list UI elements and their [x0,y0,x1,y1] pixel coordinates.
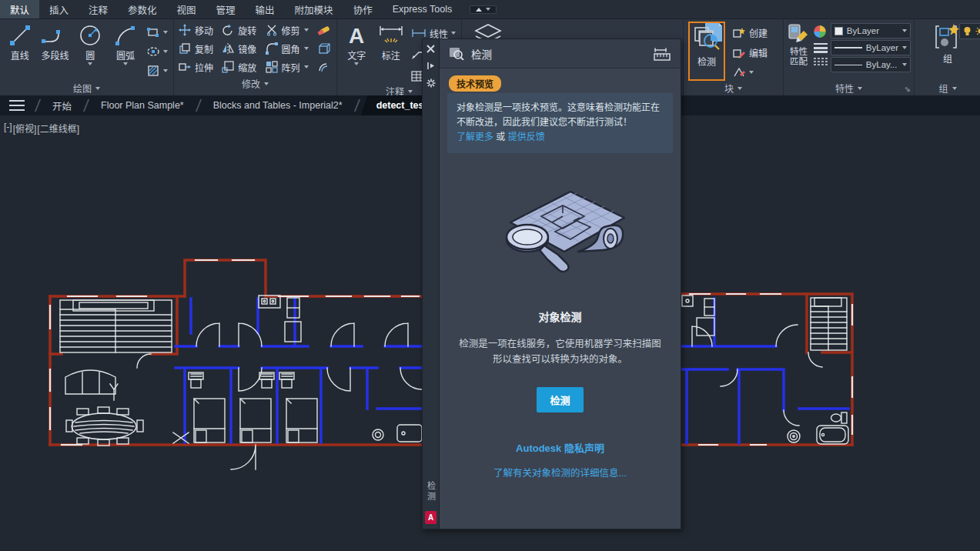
attribute-dropdown-icon[interactable] [749,71,754,74]
file-tabs-menu-icon[interactable] [0,95,34,115]
file-tab-start[interactable]: 开始 [42,95,82,115]
edit-block-button[interactable]: 编辑 [730,44,770,61]
linetype-select[interactable]: ByLay... [831,57,911,72]
array-dropdown-icon[interactable] [304,65,309,68]
ellipse-dropdown-icon[interactable] [163,50,168,53]
rectangle-icon [146,26,160,38]
create-block-button[interactable]: 创建 [730,24,770,41]
line-button[interactable]: 直线 [3,21,37,81]
ellipse-tool-button[interactable] [144,43,170,60]
panel-expand-icon [858,87,862,90]
move-button[interactable]: 移动 [179,24,214,37]
linetype-icon[interactable] [813,57,828,66]
arc-dropdown-icon[interactable] [123,62,128,65]
array-button[interactable]: 阵列 [266,61,309,74]
circle-button[interactable]: 圆 [74,21,108,81]
trim-dropdown-icon[interactable] [304,28,309,32]
scale-icon [222,61,234,73]
rotate-icon [222,24,234,36]
tab-separator [83,99,89,112]
copy-button[interactable]: 复制 [179,42,214,55]
menu-tab-express-tools[interactable]: Express Tools [383,0,463,18]
panel-label-group[interactable]: 组 [915,81,980,95]
mirror-button[interactable]: 镜像 [222,42,257,55]
detect-tool-button[interactable]: 检测 [688,22,725,81]
fillet-button[interactable]: 圆角 [266,42,309,55]
properties-gear-icon[interactable] [426,78,436,88]
blueprint-magnifier-illustration [487,178,634,278]
group-button[interactable]: 组 [930,21,966,81]
group-icon [933,23,962,51]
file-tab-blocks-tables[interactable]: Blocks and Tables - Imperial2* [202,95,353,115]
ribbon-collapse-control[interactable] [470,5,497,14]
menu-tab-annotate[interactable]: 注释 [79,0,118,18]
menu-tab-insert[interactable]: 插入 [39,0,79,18]
lineweight-sample [835,47,862,48]
detect-learn-more-link[interactable]: 了解有关对象检测的详细信息... [440,465,681,479]
file-tab-floor-plan[interactable]: Floor Plan Sample* [90,95,195,115]
menu-tab-output[interactable]: 输出 [246,0,285,18]
dimension-icon [377,23,405,48]
scale-button[interactable]: 缩放 [222,61,257,74]
menu-tab-view[interactable]: 视图 [167,0,206,18]
panel-label-draw[interactable]: 绘图 [0,81,173,95]
panel-label-properties[interactable]: 特性 [784,81,914,95]
object-color-select[interactable]: ByLayer [831,23,911,38]
lineweight-icon[interactable] [813,42,828,53]
edit-attributes-button[interactable] [730,64,770,81]
privacy-statement-link[interactable]: Autodesk 隐私声明 [440,440,681,455]
menu-tab-collaborate[interactable]: 协作 [343,0,383,18]
color-wheel-icon[interactable] [813,25,827,38]
polyline-button[interactable]: 多段线 [38,21,72,81]
detect-illustration [440,178,681,278]
array-icon [266,61,278,73]
detect-button[interactable]: 检测 [537,387,583,412]
menu-tab-manage[interactable]: 管理 [206,0,246,18]
hatch-tool-button[interactable] [144,62,170,79]
panel-modify: 移动 旋转 修剪 [174,19,337,95]
ellipse-icon [146,45,160,58]
panel-label-block[interactable]: 块 [684,81,783,95]
rectangle-dropdown-icon[interactable] [163,31,168,34]
match-properties-button[interactable]: 特性匹配 [787,21,811,81]
stretch-button[interactable]: 拉伸 [179,61,214,74]
tab-separator [35,99,41,112]
menu-tab-addins[interactable]: 附加模块 [285,0,343,18]
properties-dialog-launcher-icon[interactable]: ⇘ [905,85,911,93]
explode-button[interactable] [317,42,332,55]
text-icon: A [345,23,368,48]
erase-button[interactable] [317,24,332,36]
scale-ruler-icon[interactable] [653,47,671,61]
detect-icon [691,24,722,55]
menu-tab-default[interactable]: 默认 [0,0,39,18]
detect-panel: 检测 技术预览 对象检测是一项技术预览。这意味着检测功能正在不断改进，因此我们建… [439,38,681,529]
rotate-button[interactable]: 旋转 [222,24,257,37]
viewport-menu-control[interactable]: [-] [4,122,12,135]
viewport-view-control[interactable]: [俯视] [13,122,37,135]
offset-button[interactable] [317,61,332,73]
linear-dropdown-icon[interactable] [451,32,456,35]
learn-more-link[interactable]: 了解更多 [457,132,493,142]
feedback-link[interactable]: 提供反馈 [508,132,545,142]
tech-preview-badge: 技术预览 [449,75,501,92]
fillet-dropdown-icon[interactable] [304,47,309,50]
trim-button[interactable]: 修剪 [266,24,309,37]
hatch-dropdown-icon[interactable] [163,69,168,72]
circle-dropdown-icon[interactable] [88,62,92,65]
linetype-sample [835,65,862,65]
lineweight-select[interactable]: ByLayer [831,40,911,55]
text-dropdown-icon[interactable] [354,62,359,65]
linear-icon [411,28,426,38]
collapse-ribbon-icon [476,8,482,12]
auto-hide-pin-icon[interactable] [426,62,436,70]
linetype-dropdown-icon [902,63,907,66]
rectangle-tool-button[interactable] [144,24,170,41]
arc-button[interactable]: 圆弧 [109,21,142,81]
viewport-visual-style-control[interactable]: [二维线框] [37,122,79,135]
menu-tab-parametric[interactable]: 参数化 [118,0,167,18]
close-icon[interactable] [426,45,435,53]
dimension-button[interactable]: 标注 [374,21,406,85]
panel-label-modify[interactable]: 修改 [174,76,336,91]
text-button[interactable]: A 文字 [340,21,373,85]
create-block-icon [732,27,746,38]
